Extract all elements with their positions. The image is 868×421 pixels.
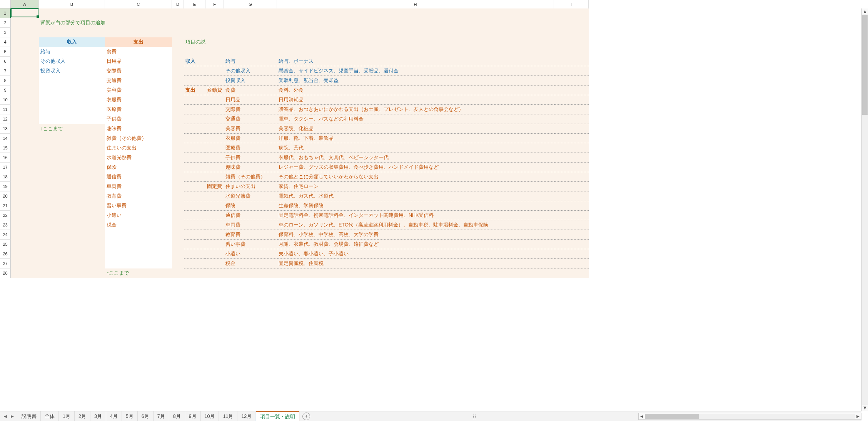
cell[interactable] <box>39 249 105 259</box>
cell[interactable] <box>172 114 184 124</box>
cell[interactable]: 保険 <box>224 201 277 211</box>
row-header-28[interactable]: 28 <box>0 268 11 278</box>
cell[interactable] <box>554 240 589 249</box>
cell[interactable] <box>105 8 172 18</box>
cell[interactable]: 医療費 <box>105 105 172 114</box>
cell[interactable]: 小遣い <box>224 249 277 259</box>
cell[interactable]: 趣味費 <box>224 163 277 172</box>
cell[interactable] <box>205 95 224 105</box>
scroll-left-icon[interactable]: ◄ <box>639 413 645 419</box>
cell[interactable] <box>172 220 184 230</box>
cell[interactable]: 家賃、住宅ローン <box>277 182 554 191</box>
cell[interactable]: 車のローン、ガソリン代、ETC代（高速道路利用料金）、自動車税、駐車場料金、自動… <box>277 220 554 230</box>
cell[interactable] <box>184 105 205 114</box>
cell[interactable] <box>105 230 172 240</box>
cell[interactable]: 項目の説明（項目名・説明文は適宜変更する場合、行ごと追加せずセルを選択して下にず… <box>184 37 205 47</box>
cell[interactable] <box>11 259 39 268</box>
cell[interactable]: 病院、薬代 <box>277 143 554 153</box>
worksheet-area[interactable]: 背景が白の部分で項目の追加/削除/変更が可能です。（項目が多すぎると仕訳が大変に… <box>11 8 861 411</box>
cell[interactable]: 車両費 <box>105 182 172 191</box>
cell[interactable] <box>11 47 39 57</box>
cell[interactable] <box>554 172 589 182</box>
cell[interactable] <box>11 220 39 230</box>
row-header-1[interactable]: 1 <box>0 8 11 18</box>
sheet-tab[interactable]: 3月 <box>90 411 106 421</box>
cell[interactable]: その他どこに分類していいかわからない支出 <box>277 172 554 182</box>
cell[interactable] <box>277 8 554 18</box>
horizontal-scroll-thumb[interactable] <box>645 414 699 419</box>
cell[interactable]: 日用消耗品 <box>277 95 554 105</box>
cell[interactable] <box>184 163 205 172</box>
cell[interactable] <box>205 124 224 134</box>
sheet-tab[interactable]: 2月 <box>75 411 90 421</box>
cell[interactable]: 住まいの支出 <box>105 143 172 153</box>
column-header-A[interactable]: A <box>11 0 39 8</box>
row-header-10[interactable]: 10 <box>0 95 11 105</box>
cell[interactable]: その他収入 <box>224 66 277 76</box>
cell[interactable] <box>184 124 205 134</box>
horizontal-scroll-track[interactable] <box>645 414 855 419</box>
cell[interactable]: 受取利息、配当金、売却益 <box>277 76 554 86</box>
cell[interactable]: 趣味費 <box>105 124 172 134</box>
cell[interactable] <box>105 28 172 37</box>
cell[interactable]: 給与 <box>39 47 105 57</box>
cell[interactable] <box>554 268 589 278</box>
cell[interactable]: 衣服代、おもちゃ代、文具代、ベビーシッター代 <box>277 153 554 163</box>
cell[interactable]: 衣服費 <box>224 134 277 143</box>
cell[interactable] <box>184 76 205 86</box>
cell[interactable] <box>224 8 277 18</box>
cell[interactable] <box>224 268 277 278</box>
cell[interactable] <box>224 28 277 37</box>
cell[interactable]: 小遣い <box>105 211 172 220</box>
cell[interactable] <box>11 86 39 95</box>
cell[interactable] <box>11 249 39 259</box>
cell[interactable] <box>39 211 105 220</box>
sheet-tab[interactable]: 項目一覧・説明 <box>256 411 299 421</box>
cell[interactable] <box>11 201 39 211</box>
cell[interactable] <box>184 230 205 240</box>
cell[interactable] <box>11 230 39 240</box>
vertical-scrollbar[interactable]: ▲ ▼ <box>861 8 868 411</box>
cell[interactable] <box>172 134 184 143</box>
cell[interactable] <box>205 240 224 249</box>
sheet-tab[interactable]: 10月 <box>201 411 219 421</box>
cell[interactable] <box>11 95 39 105</box>
sheet-tab[interactable]: 6月 <box>138 411 154 421</box>
cell[interactable] <box>172 211 184 220</box>
cell[interactable]: 食費 <box>105 47 172 57</box>
cell[interactable] <box>277 47 554 57</box>
cell[interactable] <box>39 191 105 201</box>
cell[interactable] <box>205 211 224 220</box>
column-header-D[interactable]: D <box>172 0 184 8</box>
row-header-14[interactable]: 14 <box>0 134 11 143</box>
tab-next-icon[interactable]: ► <box>10 414 15 419</box>
cell[interactable] <box>172 47 184 57</box>
cell[interactable]: 日用品 <box>105 57 172 66</box>
cell[interactable] <box>554 211 589 220</box>
cell[interactable]: 通信費 <box>105 172 172 182</box>
cell[interactable]: 子供費 <box>224 153 277 163</box>
cell[interactable] <box>224 47 277 57</box>
row-header-27[interactable]: 27 <box>0 259 11 268</box>
cell[interactable] <box>11 172 39 182</box>
sheet-tab[interactable]: 9月 <box>185 411 201 421</box>
row-header-22[interactable]: 22 <box>0 211 11 220</box>
cell[interactable] <box>205 191 224 201</box>
cell[interactable] <box>205 57 224 66</box>
row-header-23[interactable]: 23 <box>0 220 11 230</box>
cell[interactable] <box>172 86 184 95</box>
cell[interactable] <box>39 153 105 163</box>
cell[interactable] <box>184 211 205 220</box>
cell[interactable] <box>39 143 105 153</box>
cell[interactable] <box>184 240 205 249</box>
cell[interactable]: 固定資産税、住民税 <box>277 259 554 268</box>
cell[interactable] <box>554 134 589 143</box>
tab-first-icon[interactable]: ◄ <box>3 414 8 419</box>
cell[interactable] <box>224 37 277 47</box>
cell[interactable]: 住まいの支出 <box>224 182 277 191</box>
cell[interactable] <box>172 259 184 268</box>
column-header-I[interactable]: I <box>554 0 589 8</box>
column-header-F[interactable]: F <box>205 0 224 8</box>
cell[interactable] <box>172 95 184 105</box>
cell[interactable]: 教育費 <box>105 191 172 201</box>
